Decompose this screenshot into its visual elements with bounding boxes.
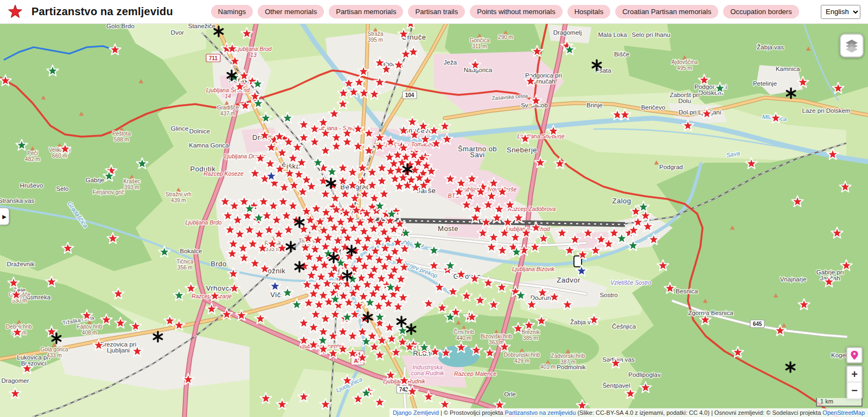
filter-button-namings[interactable]: Namings [211, 5, 253, 18]
map-attribution: Django Zemljevid | © Prostovoljci projek… [390, 408, 868, 417]
map-label: Lukovica priBrezovici [17, 354, 50, 367]
svg-text:645: 645 [753, 321, 762, 327]
map-label: Češnjica [612, 323, 636, 330]
app-logo-star-icon [7, 3, 24, 21]
map-label: Zalog [612, 197, 631, 205]
map-label: Peči482 m [25, 150, 40, 162]
map-label: Ljubljana Brdo [185, 219, 221, 226]
map-label: Ljubljana Bizovik [512, 266, 555, 272]
red-star-icon [7, 4, 23, 20]
sidebar-expander[interactable]: ▶ [0, 208, 9, 225]
map-label: Kamnica [776, 66, 800, 72]
zoom-in-button[interactable]: + [847, 367, 861, 382]
map-label: Ljubljana - Nove Jarše [460, 186, 517, 193]
map-label: Orle [504, 391, 516, 397]
map-label: Selo pri Ihanu [632, 31, 671, 38]
map-label: Sneberje [507, 146, 537, 154]
map-label: Beričevo [641, 104, 666, 111]
map-label: Črni hrib440 m [454, 329, 474, 341]
map-label: Draževnik [7, 261, 34, 267]
svg-text:711: 711 [209, 55, 218, 61]
page-title: Partizanstvo na zemljevidu [31, 5, 173, 18]
basemap-svg: Golo BrdoStanežičeDvorŠentvidČrnučeJežaN… [0, 24, 868, 417]
map-label: Ježa [444, 59, 457, 66]
map-label: Golo Brdo [106, 24, 135, 29]
map-label: Bišče [614, 51, 629, 57]
app-header: Partizanstvo na zemljevidu NamingsOther … [0, 0, 868, 24]
map-label: Žabja vas [757, 44, 784, 50]
map-label: Hruševo [20, 182, 43, 189]
language-select[interactable]: English [821, 5, 860, 19]
filter-button-partisan-trails[interactable]: Partisan trails [408, 5, 465, 18]
attribution-text: | © Prostovoljci projekta [439, 409, 505, 416]
scale-bar: 1 km [816, 398, 863, 407]
map-label: Petelinje [753, 80, 777, 87]
map-label: 290 m [498, 34, 513, 40]
map-label: Ferjanov grič [93, 189, 124, 195]
filter-button-points-without-memorials[interactable]: Points without memorials [470, 5, 563, 18]
map-label: Dolnice [189, 128, 210, 134]
map-label: Dragomer [1, 377, 29, 384]
map-label: Zadvor [557, 276, 580, 284]
map-label: Dragomelj [553, 29, 582, 36]
map-label: Podmolnik [557, 364, 586, 370]
map-label: Straža395 m [368, 31, 384, 43]
map-label: Vzletišče Sostro [610, 279, 651, 286]
map-label: Brinje [586, 102, 602, 108]
map-canvas[interactable]: Golo BrdoStanežičeDvorŠentvidČrnučeJežaN… [0, 24, 868, 417]
map-label: Peštota588 m [112, 131, 131, 143]
map-label: Selo [56, 185, 68, 192]
attribution-text: (Slike: CC-BY-SA 4.0 z izjemami, podatki… [576, 409, 822, 416]
map-label: Razcep Malence [454, 370, 496, 377]
zoom-control: + − [846, 365, 863, 399]
layers-icon [844, 38, 859, 53]
map-label: Brdo [210, 260, 226, 268]
map-label: 401 m [540, 364, 556, 370]
map-label: Breznik385 m [521, 329, 540, 341]
filter-button-partisan-memorials[interactable]: Partisan memorials [329, 5, 403, 18]
map-label: Dvor [171, 29, 184, 36]
map-label: Stanežiče [188, 24, 216, 29]
map-label: Razcep Koseze [203, 170, 244, 177]
map-label: Goričica311 m [470, 37, 490, 49]
map-label: Vnajnarje [780, 276, 807, 283]
map-label: Bokalce [180, 248, 202, 254]
map-label: Krašec393 m [123, 178, 140, 190]
filter-button-hospitals[interactable]: Hospitals [567, 5, 610, 18]
map-label: Razcep Zadobrova [508, 206, 556, 212]
map-label: Laze pri Dolskem [802, 107, 851, 114]
map-label: Glince [171, 125, 189, 132]
zoom-out-button[interactable]: − [847, 382, 861, 398]
filter-button-croatian-partisan-memorials[interactable]: Croatian Partisan memorials [615, 5, 718, 18]
filter-button-occupation-borders[interactable]: Occupation borders [723, 5, 799, 18]
attribution-link-partizanstvo-na-zemljevidu[interactable]: Partizanstvo na zemljevidu [505, 409, 576, 416]
map-label: Besnica [676, 288, 699, 294]
map-label: Sostro [599, 292, 617, 298]
map-label: Podgrad [659, 164, 682, 170]
map-label: Moste [438, 224, 458, 233]
map-label: Kamna Gorica [189, 142, 229, 149]
map-label: Vrhovci [206, 284, 231, 292]
map-label: Podlipoglav [628, 371, 661, 378]
map-label: Stranska vas [0, 197, 34, 204]
map-label: Industrijskacona Rudnik [411, 364, 444, 376]
map-label: Šentpavel [602, 382, 630, 389]
svg-text:104: 104 [405, 92, 414, 98]
pin-icon [849, 350, 860, 361]
chevron-right-icon: ▶ [2, 214, 7, 220]
map-label: Gabrje [86, 177, 105, 183]
map-label: Vič [270, 291, 280, 299]
locate-pin-button[interactable] [846, 347, 863, 363]
map-label: Dol pri Ljubljani [679, 109, 722, 116]
attribution-link-django-zemljevid[interactable]: Django Zemljevid [393, 409, 439, 416]
filter-button-other-memorials[interactable]: Other memorials [258, 5, 324, 18]
map-label: Pšata [595, 67, 611, 74]
attribution-link-openstreetmap[interactable]: OpenStreetMap [822, 409, 865, 416]
map-label: Tičnica356 m [176, 259, 194, 271]
filter-buttons: NamingsOther memorialsPartisan memorials… [211, 5, 799, 18]
layers-control-button[interactable] [840, 34, 864, 57]
map-label: Zgornja Besnica [688, 310, 733, 316]
map-label: Mala Loka [598, 31, 627, 38]
